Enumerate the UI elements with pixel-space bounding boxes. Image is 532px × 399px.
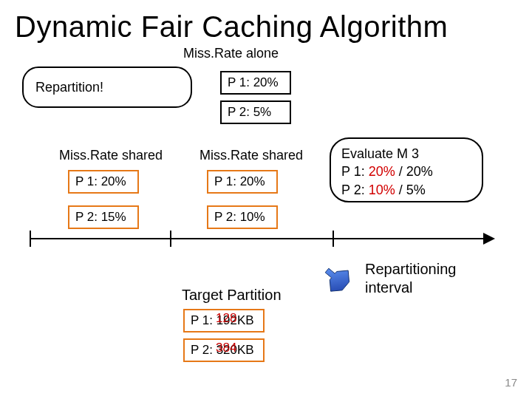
shared-label-2: Miss.Rate shared [200,148,303,163]
eval-l3b: 10% [369,183,395,197]
alone-p1-box: P 1: 20% [220,71,291,95]
alone-p2-box: P 2: 5% [220,100,291,124]
timeline-line [30,238,485,239]
target-p1-overlay: 128 [216,311,236,326]
eval-line1: Evaluate M 3 [341,145,476,163]
timeline-tick-2 [170,231,171,247]
timeline-arrowhead-icon [483,233,495,245]
repartitioning-interval-label: Repartitioning interval [365,260,456,297]
shared2-p1-box: P 1: 20% [207,170,278,194]
eval-line3: P 2: 10% / 5% [341,181,476,199]
miss-rate-alone-label: Miss.Rate alone [183,46,279,61]
page-number: 17 [505,376,517,389]
eval-l2a: P 1: [341,164,369,179]
eval-line2: P 1: 20% / 20% [341,163,476,180]
eval-l3a: P 2: [341,183,369,197]
shared1-p2-box: P 2: 15% [68,205,139,229]
eval-l3c: / 5% [395,183,426,197]
shared2-p2-box: P 2: 10% [207,205,278,229]
eval-l2b: 20% [369,164,395,179]
evaluate-callout: Evaluate M 3 P 1: 20% / 20% P 2: 10% / 5… [330,137,483,202]
timeline [30,231,495,248]
shared1-p1-box: P 1: 20% [68,170,139,194]
target-p2-overlay: 384 [216,341,236,355]
target-partition-label: Target Partition [182,287,282,304]
repartition-callout: Repartition! [22,66,192,108]
shared-label-1: Miss.Rate shared [59,148,163,163]
repartition-text: Repartition! [35,80,103,95]
eval-l2c: / 20% [395,164,433,179]
slide-title: Dynamic Fair Caching Algorithm [15,10,448,44]
svg-marker-0 [319,263,352,296]
timeline-tick-1 [30,231,31,247]
timeline-tick-3 [332,231,334,247]
block-arrow-icon [319,263,352,296]
